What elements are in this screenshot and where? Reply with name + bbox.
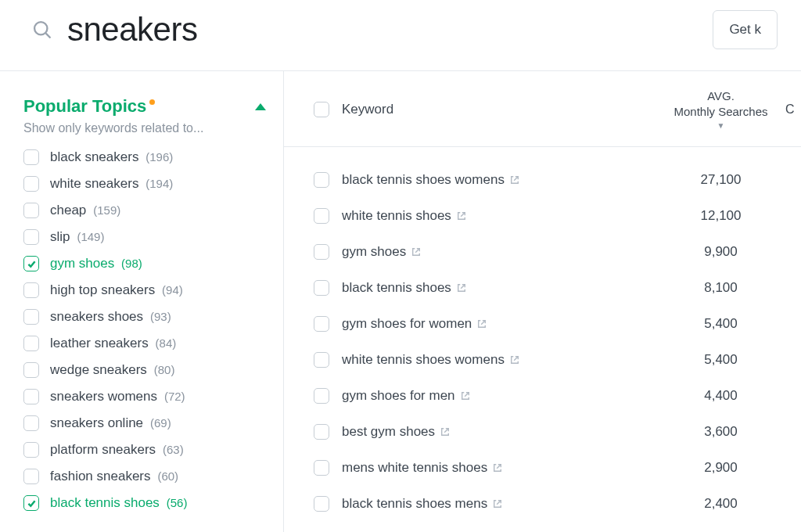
searches-line2: Monthly Searches — [673, 105, 767, 118]
get-keywords-button[interactable]: Get k — [713, 10, 778, 49]
main: Keyword AVG. Monthly Searches ▼ C black … — [284, 71, 801, 532]
row-checkbox[interactable] — [314, 208, 329, 224]
table-row: black tennis shoes mens2,400 — [314, 496, 801, 512]
topic-checkbox[interactable] — [23, 469, 39, 484]
topic-checkbox[interactable] — [23, 203, 39, 218]
topic-item[interactable]: leather sneakers (84) — [23, 336, 266, 351]
topic-checkbox[interactable] — [23, 309, 39, 325]
topic-label: sneakers shoes — [50, 309, 143, 324]
row-keyword[interactable]: white tennis shoes — [342, 208, 664, 224]
keyword-text: gym shoes — [342, 244, 406, 260]
table-row: gym shoes for women5,400 — [314, 316, 801, 332]
row-keyword[interactable]: best gym shoes — [342, 424, 664, 440]
topic-item[interactable]: white sneakers (194) — [23, 176, 266, 192]
search-input[interactable] — [67, 11, 713, 49]
row-checkbox[interactable] — [314, 352, 329, 368]
topic-checkbox[interactable] — [23, 389, 39, 404]
topic-checkbox[interactable] — [23, 149, 39, 165]
column-header-last[interactable]: C — [778, 102, 801, 117]
row-checkbox[interactable] — [314, 388, 329, 404]
row-keyword[interactable]: gym shoes for women — [342, 316, 664, 332]
external-link-icon — [477, 319, 487, 329]
svg-line-8 — [465, 393, 469, 397]
searches-line1: AVG. — [707, 89, 735, 102]
row-keyword[interactable]: gym shoes — [342, 244, 664, 260]
external-link-icon — [493, 463, 502, 473]
topics-title: Popular Topics — [23, 96, 155, 117]
row-checkbox[interactable] — [314, 244, 329, 260]
external-link-icon — [461, 391, 470, 401]
external-link-icon — [493, 499, 502, 509]
row-checkbox[interactable] — [314, 460, 329, 476]
external-link-icon — [457, 283, 466, 293]
select-all-checkbox[interactable] — [314, 102, 329, 117]
topic-item[interactable]: sneakers womens (72) — [23, 389, 266, 404]
row-checkbox[interactable] — [314, 172, 329, 188]
svg-line-5 — [461, 285, 465, 289]
topic-item[interactable]: platform sneakers (63) — [23, 442, 266, 458]
column-header-keyword[interactable]: Keyword — [342, 102, 664, 117]
row-checkbox[interactable] — [314, 280, 329, 296]
topic-label: slip — [50, 229, 70, 244]
topic-checkbox[interactable] — [23, 229, 39, 245]
row-searches-value: 8,100 — [664, 280, 778, 296]
topic-checkbox[interactable] — [23, 336, 39, 351]
sidebar: Popular Topics Show only keywords relate… — [0, 71, 284, 532]
topic-label: white sneakers — [50, 176, 138, 191]
row-checkbox[interactable] — [314, 496, 329, 512]
topic-count: (60) — [157, 469, 178, 483]
topic-count: (56) — [167, 496, 188, 509]
topic-checkbox[interactable] — [23, 282, 39, 298]
topic-item[interactable]: cheap (159) — [23, 203, 266, 218]
topic-label: high top sneakers — [50, 282, 155, 297]
topic-item[interactable]: black tennis shoes (56) — [23, 495, 266, 511]
topic-checkbox[interactable] — [23, 176, 39, 192]
indicator-dot-icon — [149, 99, 155, 105]
topic-label: fashion sneakers — [50, 469, 151, 483]
keyword-text: black tennis shoes womens — [342, 172, 505, 188]
topic-label: black tennis shoes — [50, 495, 160, 510]
collapse-caret-icon[interactable] — [255, 103, 266, 110]
row-keyword[interactable]: black tennis shoes — [342, 280, 664, 296]
topic-item[interactable]: sneakers shoes (93) — [23, 309, 266, 325]
svg-line-2 — [514, 177, 518, 181]
topic-item[interactable]: gym shoes (98) — [23, 256, 266, 271]
topic-item[interactable]: high top sneakers (94) — [23, 282, 266, 298]
topic-item[interactable]: wedge sneakers (80) — [23, 362, 266, 378]
table-row: gym shoes9,900 — [314, 244, 801, 260]
row-keyword[interactable]: black tennis shoes womens — [342, 172, 664, 188]
row-keyword[interactable]: gym shoes for men — [342, 388, 664, 404]
row-searches-value: 27,100 — [664, 172, 778, 188]
topic-checkbox[interactable] — [23, 256, 39, 271]
topics-subtitle: Show only keywords related to... — [23, 121, 266, 135]
topic-count: (149) — [77, 230, 104, 243]
topic-item[interactable]: black sneakers (196) — [23, 149, 266, 165]
topic-label: platform sneakers — [50, 442, 156, 457]
topic-checkbox[interactable] — [23, 495, 39, 511]
row-keyword[interactable]: black tennis shoes mens — [342, 496, 664, 512]
topic-item[interactable]: sneakers online (69) — [23, 415, 266, 431]
row-checkbox[interactable] — [314, 316, 329, 332]
topic-count: (196) — [145, 150, 173, 164]
row-keyword[interactable]: white tennis shoes womens — [342, 352, 664, 368]
topic-label: gym shoes — [50, 256, 114, 271]
keyword-text: black tennis shoes mens — [342, 496, 487, 512]
column-header-searches[interactable]: AVG. Monthly Searches ▼ — [664, 88, 778, 131]
row-searches-value: 2,900 — [664, 460, 778, 476]
topic-label: cheap — [50, 203, 86, 217]
svg-line-4 — [415, 249, 419, 253]
topic-count: (159) — [93, 203, 120, 217]
row-searches-value: 2,400 — [664, 496, 778, 512]
topics-title-text: Popular Topics — [23, 96, 146, 117]
row-checkbox[interactable] — [314, 424, 329, 440]
topic-checkbox[interactable] — [23, 415, 39, 431]
row-keyword[interactable]: mens white tennis shoes — [342, 460, 664, 476]
topic-count: (72) — [164, 390, 185, 403]
topic-item[interactable]: fashion sneakers (60) — [23, 469, 266, 484]
topic-checkbox[interactable] — [23, 442, 39, 458]
topic-item[interactable]: slip (149) — [23, 229, 266, 245]
topic-checkbox[interactable] — [23, 362, 39, 378]
topic-count: (94) — [162, 283, 183, 297]
topic-count: (98) — [121, 257, 142, 270]
topic-label: leather sneakers — [50, 336, 149, 350]
